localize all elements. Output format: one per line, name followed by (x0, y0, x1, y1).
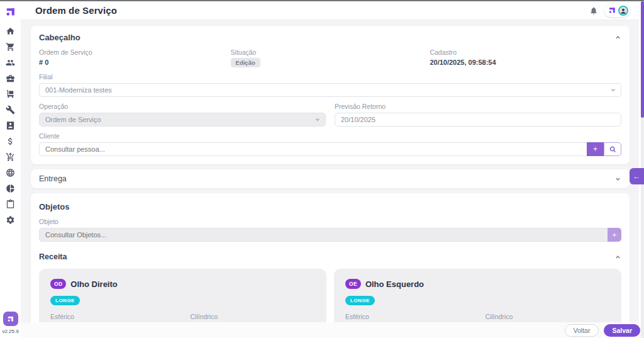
brand-logo-icon[interactable] (5, 6, 16, 18)
add-cliente-button[interactable]: + (587, 142, 604, 156)
globe-icon[interactable] (6, 168, 15, 177)
contact-card-icon[interactable] (6, 121, 15, 130)
eye-left-title: Olho Esquerdo (365, 279, 424, 289)
esferico-label: Esférico (345, 313, 470, 320)
money-icon[interactable] (6, 137, 15, 146)
page-title: Ordem de Serviço (35, 5, 117, 16)
account-menu[interactable] (604, 4, 630, 17)
oe-badge: OE (345, 279, 361, 289)
filial-label: Filial (39, 73, 621, 81)
esferico-label: Esférico (50, 313, 175, 320)
add-objeto-button[interactable]: + (608, 228, 621, 242)
objeto-label: Objeto (39, 218, 621, 225)
eye-right-title: Olho Direito (70, 279, 117, 289)
add-cart-icon[interactable] (6, 152, 15, 162)
section-entrega: Entrega (31, 169, 630, 188)
tools-icon[interactable] (6, 105, 15, 115)
operacao-label: Operação (39, 103, 326, 110)
action-bar: Voltar Salvar (21, 322, 644, 338)
cabecalho-title: Cabeçalho (39, 33, 80, 42)
receita-title: Receita (39, 252, 67, 261)
cilindrico-label: Cilíndrico (486, 313, 611, 320)
od-badge: OD (50, 279, 66, 289)
shopping-cart-icon[interactable] (6, 42, 15, 52)
longe-badge: LONGE (345, 296, 375, 305)
cadastro-label: Cadastro (430, 48, 621, 56)
search-cliente-button[interactable] (604, 142, 621, 156)
notifications-bell-icon[interactable] (589, 6, 598, 15)
app-version: v2.25.9 (2, 329, 18, 334)
cliente-input[interactable] (39, 142, 587, 156)
section-objetos: Objetos Objeto + Receita OD Olho Direito (31, 193, 630, 338)
section-cabecalho: Cabeçalho Ordem de Serviço # 0 Situação … (31, 26, 630, 164)
page-content: Cabeçalho Ordem de Serviço # 0 Situação … (21, 20, 639, 338)
home-icon[interactable] (6, 26, 15, 36)
arrow-left-icon: ← (633, 172, 641, 181)
entrega-title: Entrega (39, 174, 67, 183)
window-top-border (0, 0, 644, 1)
sidebar: v2.25.9 (0, 1, 21, 338)
top-bar: Ordem de Serviço (21, 1, 639, 20)
filial-select[interactable] (39, 83, 621, 97)
clipboard-icon[interactable] (6, 200, 15, 209)
cilindrico-label: Cilíndrico (191, 313, 316, 320)
user-avatar[interactable] (618, 6, 628, 16)
app-launcher-button[interactable] (3, 312, 18, 326)
salvar-button[interactable]: Salvar (604, 324, 640, 337)
briefcase-icon[interactable] (6, 74, 15, 83)
objetos-title: Objetos (39, 202, 69, 211)
situacao-badge: Edição (231, 58, 260, 67)
cliente-label: Cliente (39, 132, 621, 140)
main-area: Ordem de Serviço Cabeçalho (21, 1, 639, 338)
settings-icon[interactable] (6, 215, 15, 225)
previsao-input[interactable] (335, 113, 621, 127)
search-icon (609, 146, 616, 153)
brand-mini-logo-icon (608, 6, 616, 14)
objeto-input (39, 228, 608, 242)
longe-badge: LONGE (50, 296, 80, 305)
chevron-up-icon[interactable] (614, 34, 621, 41)
situacao-label: Situação (231, 48, 430, 56)
voltar-button[interactable]: Voltar (565, 324, 599, 337)
cadastro-value: 20/10/2025, 09:58:54 (430, 59, 496, 66)
scrollbar-thumb[interactable] (641, 1, 644, 118)
chevron-up-icon[interactable] (614, 254, 621, 261)
operacao-select (39, 113, 326, 127)
ordem-value: # 0 (39, 59, 48, 66)
ordem-label: Ordem de Serviço (39, 48, 231, 56)
customers-icon[interactable] (6, 58, 15, 67)
app-launcher-icon (7, 315, 14, 323)
trolley-icon[interactable] (6, 89, 15, 99)
previsao-label: Previsão Retorno (335, 103, 621, 110)
pie-chart-icon[interactable] (6, 184, 15, 193)
chevron-down-icon[interactable] (614, 176, 621, 183)
collapse-panel-button[interactable]: ← (630, 168, 644, 184)
sidebar-nav (6, 26, 15, 225)
